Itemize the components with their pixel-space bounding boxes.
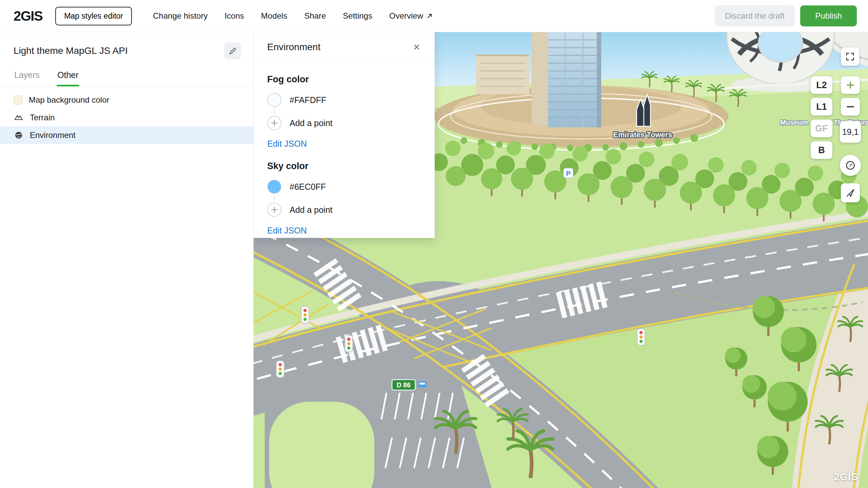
- svg-text:D 86: D 86: [397, 381, 411, 389]
- environment-panel-header: Environment: [254, 32, 435, 62]
- stop-connector: [274, 196, 275, 201]
- fullscreen-icon: [845, 52, 855, 61]
- discard-draft-button[interactable]: Discard the draft: [715, 5, 795, 26]
- sidebar: Light theme MapGL JS API Layers Other Ma…: [0, 32, 254, 488]
- item-environment[interactable]: Environment: [0, 126, 253, 144]
- fog-color-value: #FAFDFF: [290, 95, 326, 105]
- nav-models[interactable]: Models: [261, 11, 287, 21]
- map-watermark: 2GIS: [834, 471, 858, 483]
- nav-icons[interactable]: Icons: [224, 11, 244, 21]
- sidebar-tabs: Layers Other: [0, 66, 253, 86]
- item-map-background-color[interactable]: Map background color: [0, 91, 253, 109]
- floor-button-l1[interactable]: L1: [811, 98, 832, 116]
- edit-title-button[interactable]: [224, 42, 241, 59]
- publish-button[interactable]: Publish: [800, 5, 857, 26]
- navigation-arrow-icon: [845, 187, 856, 198]
- close-panel-button[interactable]: [410, 40, 424, 54]
- nav-settings[interactable]: Settings: [343, 11, 372, 21]
- item-label: Terrain: [30, 113, 55, 122]
- nav-change-history[interactable]: Change history: [153, 11, 208, 21]
- tab-other[interactable]: Other: [57, 66, 79, 86]
- environment-panel-title: Environment: [267, 42, 320, 53]
- environment-globe-icon: [14, 130, 24, 140]
- compass-icon: [845, 160, 856, 171]
- nav-overview-label: Overview: [389, 11, 423, 21]
- layer-list: Map background color Terrain: [0, 86, 253, 144]
- fog-add-point-button[interactable]: Add a point: [267, 116, 421, 130]
- item-terrain[interactable]: Terrain: [0, 109, 253, 126]
- environment-panel: Environment Fog color #FAFDFF: [254, 32, 435, 238]
- compass-button[interactable]: [840, 155, 861, 176]
- item-label: Environment: [30, 130, 76, 140]
- svg-text:P: P: [566, 170, 571, 177]
- fog-color-dot[interactable]: [267, 93, 281, 107]
- minus-icon: [846, 102, 855, 111]
- floor-selector: L2 L1 GF B: [811, 76, 832, 159]
- nav-share[interactable]: Share: [304, 11, 326, 21]
- zoom-in-button[interactable]: [841, 76, 860, 94]
- external-link-icon: [426, 13, 433, 19]
- style-title: Light theme MapGL JS API: [14, 45, 128, 56]
- logo: 2GIS: [14, 8, 42, 24]
- floor-button-b[interactable]: B: [811, 141, 832, 159]
- svg-text:Museum: Museum: [780, 119, 808, 126]
- plus-icon: [267, 203, 281, 217]
- fog-color-heading: Fog color: [267, 74, 421, 85]
- sky-add-point-button[interactable]: Add a point: [267, 203, 421, 217]
- terrain-icon: [14, 113, 24, 123]
- topbar: 2GIS Map styles editor Change history Ic…: [0, 0, 868, 32]
- sky-color-heading: Sky color: [267, 161, 421, 171]
- zoom-level-indicator: 19,1: [840, 121, 861, 143]
- plus-icon: [846, 80, 855, 90]
- item-label: Map background color: [29, 95, 109, 105]
- zoom-out-button[interactable]: [841, 98, 860, 116]
- sky-edit-json-link[interactable]: Edit JSON: [267, 226, 307, 236]
- plus-icon: [267, 116, 281, 130]
- sidebar-header: Light theme MapGL JS API: [0, 32, 253, 66]
- sky-color-dot[interactable]: [267, 180, 281, 194]
- fog-color-section: Fog color #FAFDFF Add a point: [267, 74, 421, 149]
- sky-color-section: Sky color #6EC0FF Add a point: [267, 161, 421, 236]
- close-icon: [412, 43, 421, 52]
- fog-edit-json-link[interactable]: Edit JSON: [267, 139, 307, 149]
- parking-badge[interactable]: P: [564, 168, 573, 178]
- floor-button-l2[interactable]: L2: [811, 76, 832, 94]
- color-swatch-icon: [14, 96, 23, 105]
- locate-button[interactable]: [841, 183, 860, 202]
- add-point-label: Add a point: [290, 118, 333, 128]
- main-nav: Change history Icons Models Share Settin…: [153, 11, 433, 21]
- tab-layers[interactable]: Layers: [14, 66, 40, 86]
- map-styles-editor-button[interactable]: Map styles editor: [55, 7, 132, 25]
- pencil-icon: [228, 46, 237, 56]
- fullscreen-button[interactable]: [841, 47, 859, 66]
- sky-color-value: #6EC0FF: [290, 182, 326, 192]
- add-point-label: Add a point: [290, 205, 333, 215]
- svg-text:Emirates Towers: Emirates Towers: [613, 130, 672, 139]
- stop-connector: [274, 109, 275, 114]
- floor-button-gf[interactable]: GF: [811, 120, 832, 137]
- map[interactable]: D 86 P Emirates Towers Museum The Future: [254, 32, 868, 488]
- nav-overview[interactable]: Overview: [389, 11, 433, 21]
